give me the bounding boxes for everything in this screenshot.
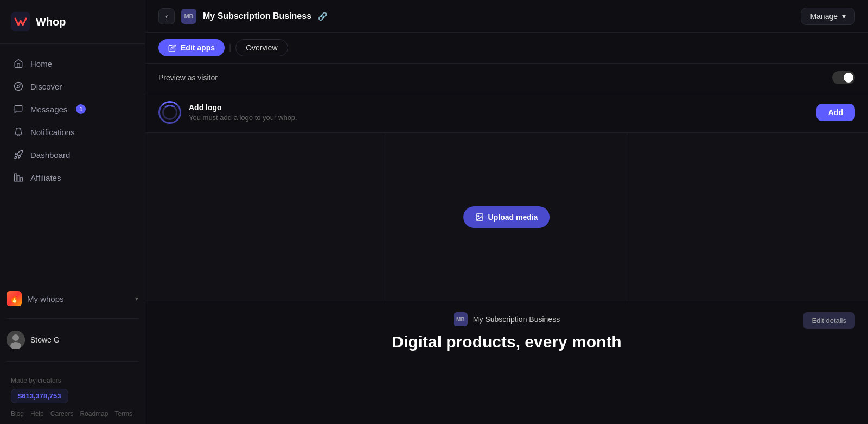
add-logo-title: Add logo: [189, 103, 297, 112]
footer-link-terms[interactable]: Terms: [114, 410, 132, 417]
sidebar-item-label: Messages: [30, 105, 67, 114]
message-icon: [13, 104, 24, 115]
footer-link-blog[interactable]: Blog: [11, 410, 24, 417]
chart-icon: [13, 172, 24, 183]
footer-link-roadmap[interactable]: Roadmap: [80, 410, 108, 417]
sidebar-item-label: Affiliates: [30, 173, 61, 182]
tabs-bar: Edit apps | Overview: [145, 33, 868, 64]
sidebar-divider-2: [7, 361, 138, 362]
footer-links: Blog Help Careers Roadmap Terms: [11, 410, 134, 417]
content-area: Preview as visitor Add logo You must add…: [145, 64, 868, 424]
user-profile-row[interactable]: Stowe G: [0, 325, 145, 355]
logo-ring-icon: [158, 101, 181, 124]
bell-icon: [13, 126, 24, 137]
footer-link-help[interactable]: Help: [30, 410, 44, 417]
sidebar-logo[interactable]: Whop: [0, 0, 145, 44]
svg-marker-2: [17, 85, 20, 88]
sidebar-item-affiliates[interactable]: Affiliates: [7, 167, 138, 188]
sidebar-item-discover[interactable]: Discover: [7, 75, 138, 97]
media-gallery: Upload media: [145, 133, 868, 301]
sidebar-divider: [7, 318, 138, 319]
main-content: ‹ MB My Subscription Business 🔗 Manage ▾…: [145, 0, 868, 424]
svg-point-1: [15, 83, 23, 91]
tab-edit-apps[interactable]: Edit apps: [158, 39, 225, 56]
svg-rect-5: [20, 178, 23, 181]
edit-details-button[interactable]: Edit details: [803, 312, 855, 329]
biz-card-name: My Subscription Business: [473, 315, 560, 324]
made-by-label: Made by creators: [11, 377, 134, 384]
sidebar-item-label: Discover: [30, 82, 62, 91]
tab-overview[interactable]: Overview: [235, 39, 288, 56]
my-whops-left: 🔥 My whops: [7, 291, 64, 306]
preview-bar: Preview as visitor: [145, 64, 868, 92]
sidebar-item-notifications[interactable]: Notifications: [7, 121, 138, 143]
svg-rect-3: [15, 174, 17, 181]
sidebar-item-home[interactable]: Home: [7, 53, 138, 74]
sidebar-item-label: Notifications: [30, 128, 75, 137]
page-header: ‹ MB My Subscription Business 🔗 Manage ▾: [145, 0, 868, 33]
tab-edit-label: Edit apps: [181, 43, 215, 52]
header-left: ‹ MB My Subscription Business 🔗: [158, 8, 327, 24]
edit-icon: [168, 44, 176, 52]
manage-label: Manage: [810, 12, 838, 21]
my-whops-section[interactable]: 🔥 My whops ▾: [0, 286, 145, 312]
logo-ring-inner: [162, 105, 177, 120]
whop-logo-icon: [11, 12, 30, 31]
preview-label: Preview as visitor: [158, 73, 218, 82]
user-name: Stowe G: [30, 336, 60, 344]
svg-point-7: [12, 334, 19, 341]
tab-overview-label: Overview: [246, 43, 277, 52]
sidebar-item-label: Dashboard: [30, 150, 70, 160]
messages-badge: 1: [76, 104, 86, 114]
add-logo-button[interactable]: Add: [816, 104, 855, 121]
avatar: [7, 331, 25, 349]
business-name: My Subscription Business: [203, 11, 311, 21]
media-panel-center: Upload media: [386, 133, 627, 301]
my-whops-label: My whops: [27, 294, 64, 303]
sidebar-nav: Home Discover Messages 1: [0, 44, 145, 286]
business-avatar: MB: [181, 9, 196, 24]
sidebar-item-label: Home: [30, 59, 52, 68]
compass-icon: [13, 81, 24, 92]
rocket-icon: [13, 149, 24, 160]
user-avatar-image: [7, 331, 25, 349]
manage-button[interactable]: Manage ▾: [801, 8, 855, 25]
upload-icon: [475, 213, 484, 222]
link-icon[interactable]: 🔗: [318, 12, 327, 21]
biz-card-tagline: Digital products, every month: [158, 333, 855, 351]
sidebar-logo-text: Whop: [36, 16, 66, 28]
media-panel-left: [145, 133, 386, 301]
sidebar-item-dashboard[interactable]: Dashboard: [7, 144, 138, 166]
svg-point-10: [477, 215, 478, 216]
add-logo-left: Add logo You must add a logo to your who…: [158, 101, 297, 124]
preview-toggle[interactable]: [832, 71, 855, 84]
sidebar: Whop Home Discover: [0, 0, 145, 424]
business-card: Edit details MB My Subscription Business…: [145, 301, 868, 362]
add-logo-banner: Add logo You must add a logo to your who…: [145, 92, 868, 133]
upload-media-button[interactable]: Upload media: [463, 206, 550, 228]
sidebar-footer: Made by creators $613,378,753 Blog Help …: [0, 368, 145, 424]
media-panel-right: [627, 133, 868, 301]
home-icon: [13, 58, 24, 69]
footer-link-careers[interactable]: Careers: [50, 410, 74, 417]
biz-card-header: MB My Subscription Business: [158, 312, 855, 326]
sidebar-item-messages[interactable]: Messages 1: [7, 98, 138, 120]
add-logo-text: Add logo You must add a logo to your who…: [189, 103, 297, 122]
revenue-badge: $613,378,753: [11, 389, 68, 403]
chevron-down-icon: ▾: [135, 295, 138, 302]
svg-rect-4: [17, 176, 20, 181]
manage-chevron: ▾: [842, 12, 846, 21]
my-whops-icon: 🔥: [7, 291, 22, 306]
add-logo-subtitle: You must add a logo to your whop.: [189, 113, 297, 122]
back-button[interactable]: ‹: [158, 8, 175, 24]
upload-media-label: Upload media: [488, 213, 538, 222]
biz-card-avatar: MB: [454, 312, 468, 326]
